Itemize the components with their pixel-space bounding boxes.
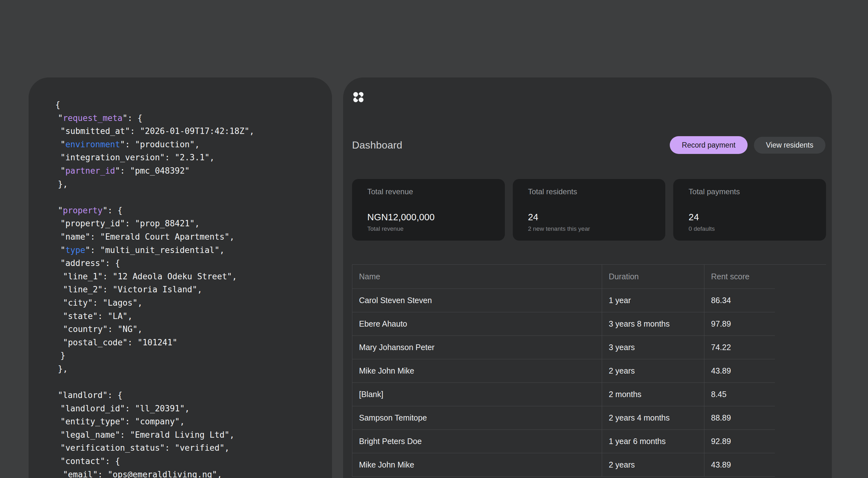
cell-name: Mary Johanson Peter: [352, 336, 602, 359]
json-line: "line_1": "12 Adeola Odeku Street",: [55, 270, 319, 283]
json-line: "line_2": "Victoria Island",: [55, 283, 319, 297]
cell-name: Mike John Mike: [352, 359, 602, 382]
json-blank-line: [55, 375, 319, 389]
json-line: "country": "NG",: [55, 323, 319, 336]
json-line: },: [55, 178, 319, 191]
table-row: Mary Johanson Peter 3 years 74.22: [352, 336, 775, 359]
json-line: "landlord": {: [55, 389, 319, 402]
table-header-row: Name Duration Rent score: [352, 265, 775, 288]
stat-card-total-payments: Total payments 24 0 defaults: [673, 179, 826, 241]
record-payment-button[interactable]: Record payment: [670, 136, 748, 154]
json-line: }: [55, 349, 319, 363]
cell-duration: 3 years 8 months: [602, 312, 704, 336]
json-line: },: [55, 363, 319, 376]
view-residents-button[interactable]: View residents: [754, 137, 826, 153]
json-line: "name": "Emerald Court Apartments",: [55, 231, 319, 244]
json-line: "landlord_id": "ll_20391",: [55, 402, 319, 415]
stat-card-value: 24: [688, 212, 813, 223]
stat-card-body: NGN12,000,000 Total revenue: [367, 212, 492, 232]
table-row: Mike John Mike 2 years 43.89: [352, 453, 775, 476]
cell-rent-score: 8.45: [704, 382, 775, 406]
json-line: "integration_version": "2.3.1",: [55, 151, 319, 164]
cell-rent-score: 86.34: [704, 288, 775, 312]
table-row: [Blank] 2 months 8.45: [352, 382, 775, 406]
cell-duration: 1 year: [602, 288, 704, 312]
table-row: Carol Steven Steven 1 year 86.34: [352, 288, 775, 312]
json-line: "city": "Lagos",: [55, 297, 319, 310]
table-row: Bright Peters Doe 1 year 6 months 92.89: [352, 430, 775, 453]
stat-card-label: Total residents: [528, 187, 653, 196]
column-header-rent-score: Rent score: [704, 265, 775, 288]
clover-dots-icon: [353, 92, 364, 102]
stat-card-label: Total payments: [688, 187, 813, 196]
json-line: "contact": {: [55, 455, 319, 468]
desktop-background: {"request_meta": {"submitted_at": "2026-…: [0, 0, 868, 478]
stat-card-subtext: Total revenue: [367, 225, 492, 232]
cell-rent-score: 43.89: [704, 453, 775, 476]
cell-name: Mike John Mike: [352, 453, 602, 476]
cell-duration: 2 years: [602, 453, 704, 476]
json-code: {"request_meta": {"submitted_at": "2026-…: [29, 77, 332, 478]
column-header-name: Name: [352, 265, 602, 288]
dashboard-header: Dashboard Record payment View residents: [352, 136, 826, 154]
cell-rent-score: 88.89: [704, 406, 775, 430]
stat-card-value: 24: [528, 212, 653, 223]
json-line: "entity_type": "company",: [55, 415, 319, 429]
json-line: "type": "multi_unit_residential",: [55, 244, 319, 257]
page-title: Dashboard: [352, 139, 402, 151]
dashboard-panel[interactable]: Dashboard Record payment View residents …: [343, 77, 832, 478]
cell-duration: 2 months: [602, 382, 704, 406]
cell-duration: 2 years 4 months: [602, 406, 704, 430]
json-line: "partner_id": "pmc_048392": [55, 164, 319, 178]
header-actions: Record payment View residents: [670, 136, 826, 154]
cell-rent-score: 43.89: [704, 359, 775, 382]
column-header-duration: Duration: [602, 265, 704, 288]
stat-card-body: 24 2 new tenants this year: [528, 212, 653, 232]
json-line: "legal_name": "Emerald Living Ltd",: [55, 429, 319, 442]
stat-card-label: Total revenue: [367, 187, 492, 196]
stat-cards-row: Total revenue NGN12,000,000 Total revenu…: [352, 179, 826, 241]
residents-table: Name Duration Rent score Carol Steven St…: [352, 264, 826, 477]
stat-card-total-revenue: Total revenue NGN12,000,000 Total revenu…: [352, 179, 505, 241]
json-line: "email": "ops@emeraldliving.ng",: [55, 468, 319, 478]
json-viewer-panel[interactable]: {"request_meta": {"submitted_at": "2026-…: [29, 77, 332, 478]
table-row: Sampson Temitope 2 years 4 months 88.89: [352, 406, 775, 430]
json-line: "property_id": "prop_88421",: [55, 217, 319, 231]
table-row: Mike John Mike 2 years 43.89: [352, 359, 775, 382]
stat-card-subtext: 0 defaults: [688, 225, 813, 232]
json-line: "property": {: [55, 204, 319, 217]
table-row: Ebere Ahauto 3 years 8 months 97.89: [352, 312, 775, 336]
json-line: "submitted_at": "2026-01-09T17:42:18Z",: [55, 125, 319, 138]
cell-rent-score: 97.89: [704, 312, 775, 336]
stat-card-value: NGN12,000,000: [367, 212, 492, 223]
json-line: "request_meta": {: [55, 112, 319, 125]
cell-name: Sampson Temitope: [352, 406, 602, 430]
cell-name: [Blank]: [352, 382, 602, 406]
cell-name: Carol Steven Steven: [352, 288, 602, 312]
json-blank-line: [55, 191, 319, 204]
stat-card-subtext: 2 new tenants this year: [528, 225, 653, 232]
json-line: "environment": "production",: [55, 138, 319, 151]
cell-rent-score: 74.22: [704, 336, 775, 359]
json-line: {: [55, 98, 319, 112]
stat-card-total-residents: Total residents 24 2 new tenants this ye…: [513, 179, 665, 241]
cell-name: Ebere Ahauto: [352, 312, 602, 336]
cell-name: Bright Peters Doe: [352, 430, 602, 453]
json-line: "address": {: [55, 257, 319, 270]
json-line: "postal_code": "101241": [55, 336, 319, 349]
json-line: "verification_status": "verified",: [55, 442, 319, 455]
cell-rent-score: 92.89: [704, 430, 775, 453]
json-line: "state": "LA",: [55, 310, 319, 323]
cell-duration: 3 years: [602, 336, 704, 359]
stat-card-body: 24 0 defaults: [688, 212, 813, 232]
cell-duration: 1 year 6 months: [602, 430, 704, 453]
cell-duration: 2 years: [602, 359, 704, 382]
